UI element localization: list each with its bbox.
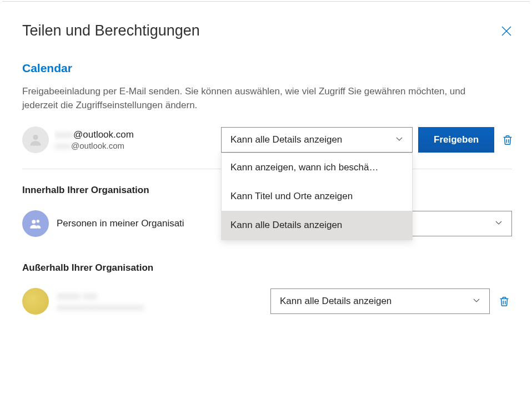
delete-invite-button[interactable] [500,134,515,146]
external-avatar [22,288,49,315]
permission-option-title-location[interactable]: Kann Titel und Orte anzeigen [222,182,412,211]
calendar-name: Calendar [22,62,512,75]
trash-icon [498,295,510,307]
people-icon [28,216,43,231]
outside-org-row: xxxxx xxx xxxxxxxxxxxxxxxxxxxxx Kann all… [22,288,512,315]
delete-external-button[interactable] [496,295,512,307]
org-avatar [22,210,49,237]
external-permission-label: Kann alle Details anzeigen [280,296,392,307]
dialog-header: Teilen und Berechtigungen [22,22,512,39]
external-person-name: xxxxx xxx [57,290,257,302]
outside-org-heading: Außerhalb Ihrer Organisation [22,262,512,274]
dialog-title: Teilen und Berechtigungen [22,22,200,39]
external-person-info: xxxxx xxx xxxxxxxxxxxxxxxxxxxxx [57,290,257,312]
external-permission-select[interactable]: Kann alle Details anzeigen [270,288,490,314]
trash-icon [501,134,514,146]
person-email-primary: xxxx@outlook.com [54,129,215,140]
svg-point-6 [37,220,39,222]
share-button[interactable]: Freigeben [418,127,494,153]
permission-option-all-details[interactable]: Kann alle Details anzeigen [222,211,412,240]
invite-row: xxxx@outlook.com xxxx@outlook.com Kann a… [22,126,512,153]
person-icon [28,132,43,148]
inside-org-label: Personen in meiner Organisati [57,218,190,229]
svg-point-5 [32,220,36,224]
svg-point-2 [33,135,38,140]
chevron-down-icon [495,218,503,229]
permission-selected-label: Kann alle Details anzeigen [230,134,342,145]
external-person-email: xxxxxxxxxxxxxxxxxxxxx [57,302,257,313]
close-icon [501,26,512,37]
top-divider [2,1,530,2]
person-email-secondary: xxxx@outlook.com [54,141,215,151]
permission-select[interactable]: Kann alle Details anzeigen Kann anzeigen… [221,127,413,153]
avatar [22,126,49,153]
person-info: xxxx@outlook.com xxxx@outlook.com [54,129,215,151]
permission-dropdown: Kann anzeigen, wann ich beschä… Kann Tit… [221,153,413,240]
chevron-down-icon [473,296,480,307]
permission-option-busy[interactable]: Kann anzeigen, wann ich beschä… [222,153,412,182]
dialog-description: Freigabeeinladung per E-Mail senden. Sie… [22,85,500,112]
close-button[interactable] [501,26,512,39]
chevron-down-icon [395,134,403,145]
